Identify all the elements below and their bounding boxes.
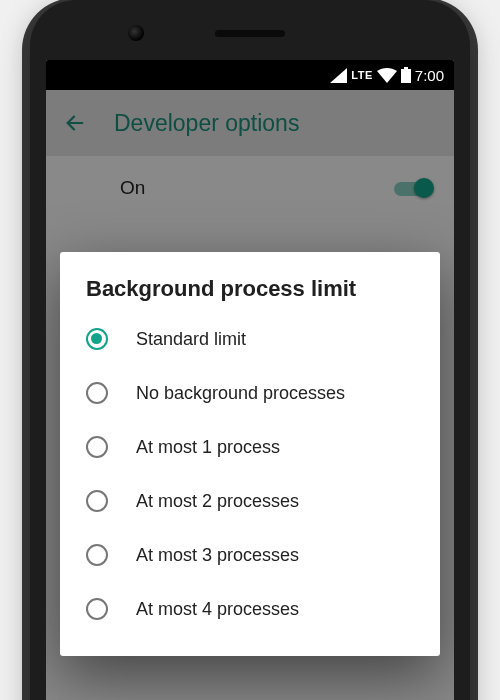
switch-thumb [414,178,434,198]
option-label: At most 1 process [136,437,280,458]
phone-frame: LTE 7:00 Developer options On Background… [30,0,470,700]
radio-icon [86,598,108,620]
option-label: At most 4 processes [136,599,299,620]
status-clock: 7:00 [415,67,444,84]
option-label: At most 3 processes [136,545,299,566]
front-camera [128,25,144,41]
master-toggle-switch[interactable] [394,177,434,199]
option-standard-limit[interactable]: Standard limit [60,312,440,366]
radio-icon [86,328,108,350]
option-at-most-4[interactable]: At most 4 processes [60,582,440,636]
option-at-most-2[interactable]: At most 2 processes [60,474,440,528]
option-label: At most 2 processes [136,491,299,512]
radio-icon [86,490,108,512]
page-title: Developer options [114,110,299,137]
radio-icon [86,382,108,404]
master-toggle-row[interactable]: On [46,156,454,220]
radio-icon [86,544,108,566]
master-toggle-label: On [120,177,145,199]
radio-icon [86,436,108,458]
cell-signal-icon [330,68,347,83]
option-at-most-3[interactable]: At most 3 processes [60,528,440,582]
network-type: LTE [351,69,372,81]
app-bar: Developer options [46,90,454,156]
dialog-title: Background process limit [60,276,440,312]
option-at-most-1[interactable]: At most 1 process [60,420,440,474]
screen: LTE 7:00 Developer options On Background… [46,60,454,700]
back-arrow-icon[interactable] [64,112,86,134]
option-label: No background processes [136,383,345,404]
battery-icon [401,67,411,83]
option-no-bg-processes[interactable]: No background processes [60,366,440,420]
earpiece [215,30,285,37]
option-label: Standard limit [136,329,246,350]
wifi-icon [377,68,397,83]
process-limit-dialog: Background process limit Standard limit … [60,252,440,656]
status-bar: LTE 7:00 [46,60,454,90]
